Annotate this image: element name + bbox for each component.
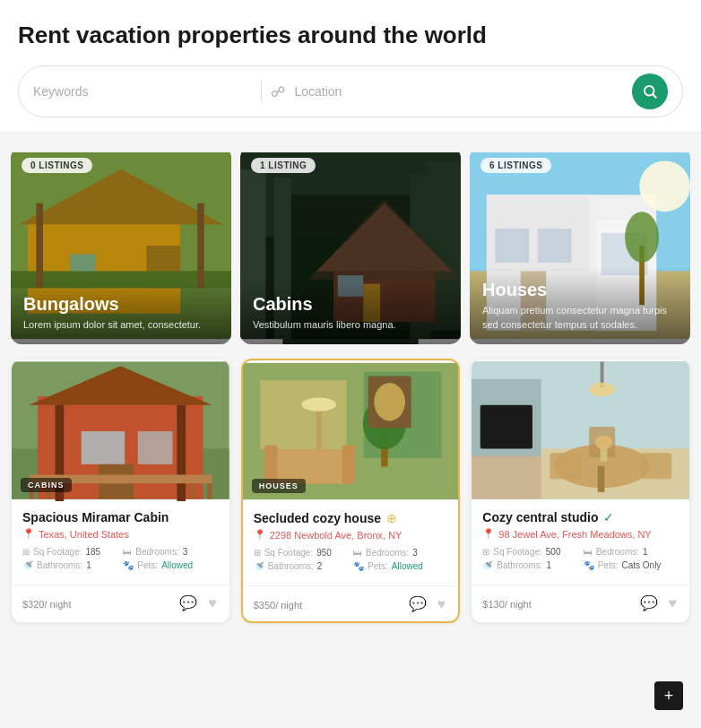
category-cabins[interactable]: 1 LISTING Cabins Vestibulum mauris liber… xyxy=(240,147,461,344)
svg-line-1 xyxy=(653,94,655,97)
cozy-favorite-button[interactable]: ♥ xyxy=(436,594,448,614)
miramar-favorite-button[interactable]: ♥ xyxy=(206,594,219,613)
miramar-location: 📍 Texas, United States xyxy=(22,528,219,540)
svg-rect-70 xyxy=(598,466,605,492)
sqft-icon: ⊞ xyxy=(22,547,30,557)
svg-point-75 xyxy=(595,436,612,450)
cozy-body: Secluded cozy house ⊕ 📍 2298 Newbold Ave… xyxy=(243,502,459,585)
miramar-pets: 🐾 Pets: Allowed xyxy=(123,560,218,570)
svg-rect-28 xyxy=(495,229,529,263)
bath-icon2: 🚿 xyxy=(254,561,264,571)
studio-beds-val: 1 xyxy=(643,547,648,557)
listing-miramar-cabin[interactable]: CABINS Spacious Miramar Cabin 📍 Texas, U… xyxy=(11,359,230,623)
studio-sqft: ⊞ Sq Footage: 500 xyxy=(482,547,577,557)
miramar-details: ⊞ Sq Footage: 185 🛏 Bedrooms: 3 🚿 Bathro… xyxy=(22,547,219,570)
bungalows-info: Bungalows Lorem ipsum dolor sit amet, co… xyxy=(11,282,231,344)
main-content: 0 LISTINGS Bungalows Lorem ipsum dolor s… xyxy=(0,133,701,637)
svg-rect-48 xyxy=(190,483,195,498)
svg-rect-10 xyxy=(197,204,204,289)
svg-point-78 xyxy=(589,383,615,397)
cozy-location: 📍 2298 Newbold Ave, Bronx, NY xyxy=(254,529,448,541)
miramar-bathrooms: 🚿 Bathrooms: 1 xyxy=(22,560,117,570)
miramar-beds-val: 3 xyxy=(183,547,188,557)
miramar-price-unit: / night xyxy=(44,599,71,610)
svg-rect-76 xyxy=(472,455,541,499)
svg-rect-68 xyxy=(480,405,532,449)
sqft-icon2: ⊞ xyxy=(254,548,261,558)
studio-location: 📍 98 Jewel Ave, Fresh Meadows, NY xyxy=(482,528,679,540)
listing-central-studio[interactable]: Cozy central studio ✓ 📍 98 Jewel Ave, Fr… xyxy=(471,359,690,623)
cozy-footer: $350/ night 💬 ♥ xyxy=(243,585,459,621)
search-bar: ☍ xyxy=(18,65,683,117)
houses-title: Houses xyxy=(482,280,678,300)
svg-rect-52 xyxy=(260,380,346,449)
bungalows-title: Bungalows xyxy=(23,294,219,315)
search-divider xyxy=(261,81,262,102)
cozy-pets-val: Allowed xyxy=(392,561,423,571)
svg-rect-9 xyxy=(36,204,43,289)
svg-point-60 xyxy=(301,397,336,411)
bath-icon3: 🚿 xyxy=(482,560,493,570)
pets-icon3: 🐾 xyxy=(584,560,594,570)
miramar-actions: 💬 ♥ xyxy=(177,593,219,613)
studio-price-unit: / night xyxy=(505,599,532,610)
sqft-icon3: ⊞ xyxy=(482,547,489,557)
studio-chat-button[interactable]: 💬 xyxy=(638,593,660,613)
svg-rect-41 xyxy=(82,431,125,464)
houses-badge: 6 LISTINGS xyxy=(480,158,551,173)
miramar-chat-button[interactable]: 💬 xyxy=(177,593,199,613)
bath-icon: 🚿 xyxy=(22,560,33,570)
cabins-badge: 1 LISTING xyxy=(251,158,316,173)
category-houses[interactable]: 6 LISTINGS Houses Aliquam pretium consec… xyxy=(470,147,690,344)
fab-button[interactable]: + xyxy=(654,681,683,710)
svg-rect-40 xyxy=(177,405,186,501)
studio-baths-val: 1 xyxy=(546,560,551,570)
page-header: Rent vacation properties around the worl… xyxy=(0,0,701,133)
svg-rect-42 xyxy=(138,431,173,464)
miramar-sqft-val: 185 xyxy=(85,547,100,557)
svg-rect-29 xyxy=(538,229,572,263)
keywords-input[interactable] xyxy=(33,84,252,99)
cozy-chat-button[interactable]: 💬 xyxy=(407,594,428,614)
listing-cozy-house[interactable]: HOUSES Secluded cozy house ⊕ 📍 2298 Newb… xyxy=(241,359,461,623)
cozy-pets: 🐾 Pets: Allowed xyxy=(353,561,447,571)
miramar-pets-val: Allowed xyxy=(161,560,193,570)
studio-favorite-button[interactable]: ♥ xyxy=(667,594,679,613)
miramar-type-badge: CABINS xyxy=(21,478,72,492)
location-input[interactable] xyxy=(294,84,623,99)
miramar-price: $320/ night xyxy=(22,595,71,611)
svg-rect-71 xyxy=(550,453,581,479)
studio-pets: 🐾 Pets: Cats Only xyxy=(584,560,679,570)
houses-desc: Aliquam pretium consectetur magna turpis… xyxy=(482,304,678,332)
svg-point-62 xyxy=(374,383,405,420)
bed-icon2: 🛏 xyxy=(353,548,362,558)
studio-details: ⊞ Sq Footage: 500 🛏 Bedrooms: 1 🚿 Bathro… xyxy=(482,547,679,570)
cozy-actions: 💬 ♥ xyxy=(407,594,448,614)
studio-price: $130/ night xyxy=(482,595,531,611)
studio-title: Cozy central studio xyxy=(482,510,598,524)
cozy-bathrooms: 🚿 Bathrooms: 2 xyxy=(254,561,348,571)
cabins-info: Cabins Vestibulum mauris libero magna. xyxy=(240,282,461,344)
svg-rect-59 xyxy=(316,406,321,449)
bed-icon3: 🛏 xyxy=(584,547,593,557)
studio-sqft-val: 500 xyxy=(546,547,561,557)
houses-info: Houses Aliquam pretium consectetur magna… xyxy=(470,267,690,344)
svg-rect-46 xyxy=(207,483,212,498)
studio-footer: $130/ night 💬 ♥ xyxy=(472,585,689,620)
bed-icon: 🛏 xyxy=(123,547,132,557)
studio-title-icon: ✓ xyxy=(603,510,614,524)
studio-bedrooms: 🛏 Bedrooms: 1 xyxy=(584,547,679,557)
cabins-desc: Vestibulum mauris libero magna. xyxy=(253,318,448,332)
studio-pets-val: Cats Only xyxy=(621,560,661,570)
cozy-title: Secluded cozy house xyxy=(254,511,381,525)
studio-title-row: Cozy central studio ✓ xyxy=(482,510,679,524)
studio-body: Cozy central studio ✓ 📍 98 Jewel Ave, Fr… xyxy=(472,501,689,585)
category-bungalows[interactable]: 0 LISTINGS Bungalows Lorem ipsum dolor s… xyxy=(11,147,231,344)
location-icon: ☍ xyxy=(271,83,285,100)
studio-actions: 💬 ♥ xyxy=(638,593,679,613)
miramar-body: Spacious Miramar Cabin 📍 Texas, United S… xyxy=(12,501,229,585)
cozy-price-unit: / night xyxy=(275,600,302,611)
search-button[interactable] xyxy=(632,74,668,109)
bungalows-badge: 0 LISTINGS xyxy=(22,158,92,173)
miramar-title: Spacious Miramar Cabin xyxy=(22,510,169,524)
